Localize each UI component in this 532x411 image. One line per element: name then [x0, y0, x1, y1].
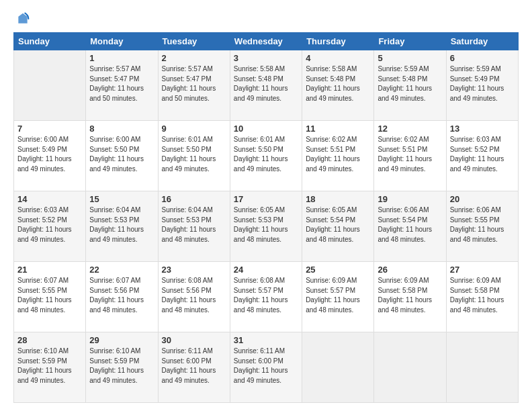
day-number: 24: [234, 265, 298, 275]
day-cell: 19Sunrise: 6:06 AMSunset: 5:54 PMDayligh…: [374, 191, 446, 262]
day-cell: 18Sunrise: 6:05 AMSunset: 5:54 PMDayligh…: [302, 191, 374, 262]
day-info: Sunrise: 6:06 AMSunset: 5:55 PMDaylight:…: [450, 205, 515, 244]
day-info: Sunrise: 6:05 AMSunset: 5:53 PMDaylight:…: [234, 205, 298, 244]
day-info: Sunrise: 6:02 AMSunset: 5:51 PMDaylight:…: [306, 135, 370, 174]
day-info: Sunrise: 6:10 AMSunset: 5:59 PMDaylight:…: [17, 347, 82, 385]
day-info: Sunrise: 6:11 AMSunset: 6:00 PMDaylight:…: [162, 347, 226, 385]
day-info: Sunrise: 5:57 AMSunset: 5:47 PMDaylight:…: [89, 64, 154, 103]
weekday-header-wednesday: Wednesday: [230, 33, 302, 50]
day-number: 18: [306, 194, 370, 204]
day-number: 28: [17, 335, 82, 345]
day-cell: 11Sunrise: 6:02 AMSunset: 5:51 PMDayligh…: [302, 121, 374, 191]
day-number: 13: [450, 124, 515, 134]
day-number: 17: [234, 194, 298, 204]
header: [13, 12, 519, 26]
day-info: Sunrise: 6:09 AMSunset: 5:58 PMDaylight:…: [450, 276, 515, 315]
day-info: Sunrise: 6:07 AMSunset: 5:56 PMDaylight:…: [89, 276, 154, 315]
day-cell: 6Sunrise: 5:59 AMSunset: 5:49 PMDaylight…: [446, 50, 518, 121]
day-number: 1: [89, 53, 154, 63]
day-cell: 10Sunrise: 6:01 AMSunset: 5:50 PMDayligh…: [230, 121, 302, 191]
day-number: 22: [89, 265, 154, 275]
day-number: 14: [17, 194, 82, 204]
day-cell: [14, 50, 86, 121]
day-number: 16: [162, 194, 226, 204]
calendar: SundayMondayTuesdayWednesdayThursdayFrid…: [13, 32, 519, 403]
weekday-header-row: SundayMondayTuesdayWednesdayThursdayFrid…: [14, 33, 519, 50]
day-info: Sunrise: 6:10 AMSunset: 5:59 PMDaylight:…: [89, 347, 154, 385]
week-row-1: 1Sunrise: 5:57 AMSunset: 5:47 PMDaylight…: [14, 50, 519, 121]
week-row-4: 21Sunrise: 6:07 AMSunset: 5:55 PMDayligh…: [14, 262, 519, 332]
day-cell: 17Sunrise: 6:05 AMSunset: 5:53 PMDayligh…: [230, 191, 302, 262]
page: SundayMondayTuesdayWednesdayThursdayFrid…: [0, 0, 532, 411]
day-cell: 14Sunrise: 6:03 AMSunset: 5:52 PMDayligh…: [14, 191, 86, 262]
day-cell: 1Sunrise: 5:57 AMSunset: 5:47 PMDaylight…: [86, 50, 158, 121]
day-number: 23: [162, 265, 226, 275]
day-number: 7: [17, 124, 82, 134]
day-info: Sunrise: 6:03 AMSunset: 5:52 PMDaylight:…: [450, 135, 515, 174]
day-cell: 31Sunrise: 6:11 AMSunset: 6:00 PMDayligh…: [230, 332, 302, 403]
day-cell: 12Sunrise: 6:02 AMSunset: 5:51 PMDayligh…: [374, 121, 446, 191]
day-info: Sunrise: 6:11 AMSunset: 6:00 PMDaylight:…: [234, 347, 298, 385]
day-info: Sunrise: 6:01 AMSunset: 5:50 PMDaylight:…: [162, 135, 226, 174]
day-info: Sunrise: 5:59 AMSunset: 5:48 PMDaylight:…: [378, 64, 442, 103]
day-number: 25: [306, 265, 370, 275]
day-cell: 8Sunrise: 6:00 AMSunset: 5:50 PMDaylight…: [86, 121, 158, 191]
day-info: Sunrise: 5:58 AMSunset: 5:48 PMDaylight:…: [234, 64, 298, 103]
day-info: Sunrise: 6:09 AMSunset: 5:58 PMDaylight:…: [378, 276, 442, 315]
day-number: 9: [162, 124, 226, 134]
day-info: Sunrise: 6:04 AMSunset: 5:53 PMDaylight:…: [162, 205, 226, 244]
day-number: 4: [306, 53, 370, 63]
logo: [13, 12, 31, 26]
weekday-header-thursday: Thursday: [302, 33, 374, 50]
day-number: 27: [450, 265, 515, 275]
day-info: Sunrise: 6:05 AMSunset: 5:54 PMDaylight:…: [306, 205, 370, 244]
day-number: 31: [234, 335, 298, 345]
day-info: Sunrise: 5:57 AMSunset: 5:47 PMDaylight:…: [162, 64, 226, 103]
day-info: Sunrise: 6:04 AMSunset: 5:53 PMDaylight:…: [89, 205, 154, 244]
day-info: Sunrise: 6:08 AMSunset: 5:57 PMDaylight:…: [234, 276, 298, 315]
day-info: Sunrise: 6:00 AMSunset: 5:50 PMDaylight:…: [89, 135, 154, 174]
day-cell: 27Sunrise: 6:09 AMSunset: 5:58 PMDayligh…: [446, 262, 518, 332]
day-info: Sunrise: 5:59 AMSunset: 5:49 PMDaylight:…: [450, 64, 515, 103]
logo-icon: [16, 12, 30, 26]
day-cell: 25Sunrise: 6:09 AMSunset: 5:57 PMDayligh…: [302, 262, 374, 332]
day-cell: 29Sunrise: 6:10 AMSunset: 5:59 PMDayligh…: [86, 332, 158, 403]
day-number: 10: [234, 124, 298, 134]
day-cell: 23Sunrise: 6:08 AMSunset: 5:56 PMDayligh…: [158, 262, 230, 332]
day-info: Sunrise: 6:06 AMSunset: 5:54 PMDaylight:…: [378, 205, 442, 244]
day-number: 21: [17, 265, 82, 275]
day-cell: 7Sunrise: 6:00 AMSunset: 5:49 PMDaylight…: [14, 121, 86, 191]
day-info: Sunrise: 6:03 AMSunset: 5:52 PMDaylight:…: [17, 205, 82, 244]
day-cell: 21Sunrise: 6:07 AMSunset: 5:55 PMDayligh…: [14, 262, 86, 332]
day-info: Sunrise: 6:07 AMSunset: 5:55 PMDaylight:…: [17, 276, 82, 315]
day-cell: 20Sunrise: 6:06 AMSunset: 5:55 PMDayligh…: [446, 191, 518, 262]
day-number: 2: [162, 53, 226, 63]
day-cell: 24Sunrise: 6:08 AMSunset: 5:57 PMDayligh…: [230, 262, 302, 332]
day-cell: 5Sunrise: 5:59 AMSunset: 5:48 PMDaylight…: [374, 50, 446, 121]
day-info: Sunrise: 6:00 AMSunset: 5:49 PMDaylight:…: [17, 135, 82, 174]
week-row-5: 28Sunrise: 6:10 AMSunset: 5:59 PMDayligh…: [14, 332, 519, 403]
logo-area: [13, 12, 31, 26]
day-cell: 16Sunrise: 6:04 AMSunset: 5:53 PMDayligh…: [158, 191, 230, 262]
day-cell: 15Sunrise: 6:04 AMSunset: 5:53 PMDayligh…: [86, 191, 158, 262]
day-number: 3: [234, 53, 298, 63]
weekday-header-monday: Monday: [86, 33, 158, 50]
day-cell: 13Sunrise: 6:03 AMSunset: 5:52 PMDayligh…: [446, 121, 518, 191]
day-cell: 26Sunrise: 6:09 AMSunset: 5:58 PMDayligh…: [374, 262, 446, 332]
day-cell: 2Sunrise: 5:57 AMSunset: 5:47 PMDaylight…: [158, 50, 230, 121]
day-number: 12: [378, 124, 442, 134]
day-number: 20: [450, 194, 515, 204]
day-cell: [446, 332, 518, 403]
weekday-header-saturday: Saturday: [446, 33, 518, 50]
day-cell: 4Sunrise: 5:58 AMSunset: 5:48 PMDaylight…: [302, 50, 374, 121]
day-info: Sunrise: 6:08 AMSunset: 5:56 PMDaylight:…: [162, 276, 226, 315]
weekday-header-friday: Friday: [374, 33, 446, 50]
day-number: 26: [378, 265, 442, 275]
day-number: 19: [378, 194, 442, 204]
day-number: 11: [306, 124, 370, 134]
day-cell: 30Sunrise: 6:11 AMSunset: 6:00 PMDayligh…: [158, 332, 230, 403]
weekday-header-tuesday: Tuesday: [158, 33, 230, 50]
day-number: 6: [450, 53, 515, 63]
day-cell: 9Sunrise: 6:01 AMSunset: 5:50 PMDaylight…: [158, 121, 230, 191]
weekday-header-sunday: Sunday: [14, 33, 86, 50]
